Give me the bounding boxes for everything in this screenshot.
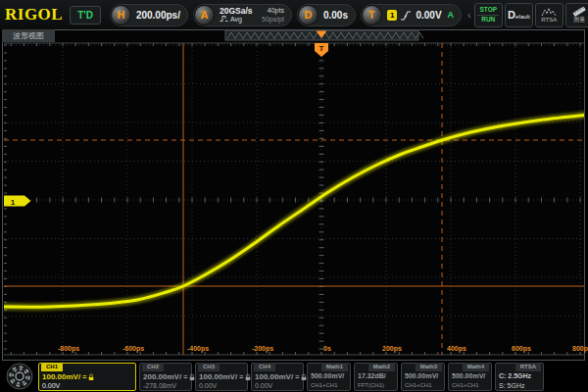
time-per-point: 50ps/pt (262, 16, 284, 23)
delay-group[interactable]: D 0.00s (297, 4, 356, 26)
channel-tab: CH4 (254, 363, 275, 371)
gear-icon (5, 362, 34, 391)
trigger-level-value: 0.00V (416, 10, 441, 21)
acquire-mode-icon (220, 15, 228, 23)
math-box-math3[interactable]: Math3 500.00mV/ CH1+CH1 (401, 363, 445, 391)
waveform-view-tab[interactable]: 波形视图 (2, 29, 55, 42)
svg-text:1: 1 (11, 198, 16, 207)
math-tab: Math1 (321, 363, 348, 371)
trigger-group[interactable]: T 1 0.00V A (361, 4, 462, 26)
math-box-math4[interactable]: Math4 500.00mV/ CH1+CH1 (448, 363, 492, 391)
math-box-math2[interactable]: Math2 17.32dB/ FFT(CH1) (354, 363, 398, 391)
horizontal-knob[interactable]: H (111, 5, 131, 25)
channel-box-ch2[interactable]: CH2 200.00mV/ = -278.08mV (139, 363, 192, 391)
math-tab: Math4 (463, 363, 489, 371)
memory-depth: 40pts (268, 7, 284, 14)
channel-tab: CH3 (198, 363, 220, 371)
toolbar-collapse-chevron[interactable]: ‹ (467, 9, 471, 21)
svg-text:T: T (319, 44, 324, 53)
trigger-status-badge: T'D (70, 6, 101, 24)
ruler-icon (571, 6, 587, 17)
channel-box-ch1[interactable]: CH1 100.00mV/ = 0.00V (38, 363, 136, 391)
acquisition-group[interactable]: A 20GSa/s 40pts Avg 50ps/pt (193, 4, 292, 26)
channel-scale: 100.00mV/ (42, 372, 80, 381)
horizontal-scale-group[interactable]: H 200.00ps/ (110, 4, 188, 26)
channel-offset: 0.00V (255, 382, 272, 389)
coupling-icon: = (82, 373, 86, 380)
channel-tab: CH1 (41, 363, 63, 371)
channel-status-bar: CH1 100.00mV/ = 0.00V CH2 200.00mV/ = -2… (0, 361, 588, 392)
trigger-source-chip[interactable]: 1 (387, 10, 397, 21)
trigger-knob[interactable]: T (362, 5, 382, 25)
stop-run-button[interactable]: STOP RUN (474, 3, 503, 27)
rtsa-button-label: RTSA (541, 17, 557, 24)
channel-scale: 100.00mV/ (199, 372, 237, 381)
delay-value: 0.00s (323, 10, 348, 21)
channel-offset: -278.08mV (143, 382, 176, 389)
default-button[interactable]: Default (505, 3, 533, 27)
rtsa-status-box[interactable]: RTSA C: 2.5GHz S: 5GHz (495, 363, 544, 391)
channel-scale: 200.00mV/ (143, 372, 181, 381)
math-source: CH1+CH1 (311, 382, 338, 388)
acquire-mode-label: Avg (230, 16, 242, 23)
rigol-logo: RIGOL (5, 5, 63, 24)
math-scale: 500.00mV/ (452, 372, 485, 379)
trigger-sweep-mode: A (448, 10, 455, 20)
ch1-trace (0, 115, 588, 307)
measure-button[interactable]: 测量 (565, 3, 588, 27)
acquire-knob[interactable]: A (194, 5, 215, 25)
rtsa-center-freq: C: 2.5GHz (499, 372, 531, 379)
rtsa-span-freq: S: 5GHz (499, 382, 524, 389)
lock-icon (88, 373, 94, 381)
delay-knob[interactable]: D (298, 5, 318, 25)
math-source: CH1+CH1 (452, 382, 479, 388)
channel-offset: 0.00V (42, 382, 60, 389)
channel-scale: 100.00mV/ (255, 372, 293, 381)
math-scale: 500.00mV/ (405, 372, 438, 379)
waveform-plot[interactable]: T1 (0, 0, 588, 392)
run-label: RUN (477, 16, 499, 24)
horizontal-scale-value: 200.00ps/ (136, 10, 180, 21)
math-source: CH1+CH1 (405, 382, 432, 388)
rtsa-box-tab: RTSA (515, 363, 541, 371)
channel-box-ch3[interactable]: CH3 100.00mV/ = 0.00V (195, 363, 248, 391)
channel-offset: 0.00V (199, 382, 217, 389)
coupling-icon: = (183, 373, 187, 380)
settings-gear-button[interactable] (4, 362, 35, 391)
channel-tab: CH2 (142, 363, 164, 371)
math-scale: 17.32dB/ (358, 372, 386, 379)
math-scale: 500.00mV/ (311, 372, 344, 379)
stop-label: STOP (477, 6, 499, 15)
math-tab: Math2 (368, 363, 395, 371)
spectrum-icon (541, 7, 557, 17)
channel-box-ch4[interactable]: CH4 100.00mV/ = 0.00V (251, 363, 304, 391)
rtsa-button[interactable]: RTSA (535, 3, 564, 27)
coupling-icon: = (239, 373, 243, 380)
math-tab: Math3 (416, 363, 442, 371)
ch1-ground-marker[interactable]: 1 (4, 196, 31, 207)
measure-button-label: 测量 (573, 17, 585, 24)
math-source: FFT(CH1) (358, 382, 384, 388)
sample-rate: 20GSa/s (220, 7, 253, 16)
trigger-position-flag[interactable]: T (315, 43, 328, 57)
coupling-icon: = (295, 373, 299, 380)
math-box-math1[interactable]: Math1 500.00mV/ CH1+CH1 (307, 363, 351, 391)
trigger-slope-icon (400, 9, 412, 22)
top-toolbar: RIGOL T'D H 200.00ps/ A 20GSa/s 40pts Av… (0, 0, 588, 29)
timebase-scrollbar[interactable] (225, 30, 423, 40)
